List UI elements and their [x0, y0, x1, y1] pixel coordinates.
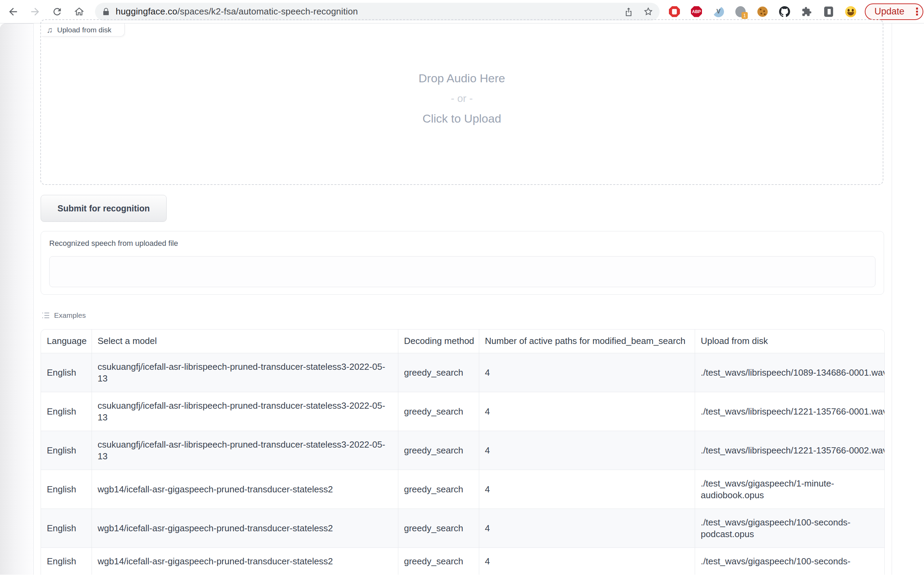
- cookie-icon[interactable]: [757, 6, 768, 17]
- example-row[interactable]: English csukuangfj/icefall-asr-librispee…: [41, 431, 885, 470]
- tab-upload-from-disk[interactable]: ♫ Upload from disk: [42, 24, 125, 37]
- content-right-border: [892, 24, 892, 575]
- extensions-puzzle-icon[interactable]: [801, 6, 813, 17]
- abp-icon[interactable]: ABP: [691, 6, 702, 17]
- back-arrow-icon: [7, 6, 19, 17]
- click-to-upload-text[interactable]: Click to Upload: [41, 112, 883, 125]
- table-header-row: Language Select a model Decoding method …: [41, 329, 885, 353]
- col-paths: Number of active paths for modified_beam…: [479, 329, 695, 353]
- examples-header: Examples: [42, 311, 86, 319]
- extension-badge: 1: [741, 12, 748, 19]
- back-button[interactable]: [6, 5, 20, 19]
- or-text: - or -: [41, 93, 883, 104]
- left-gutter: [0, 24, 34, 575]
- reload-button[interactable]: [50, 5, 64, 19]
- home-button[interactable]: [72, 5, 86, 19]
- lock-icon: [102, 7, 110, 16]
- forward-arrow-icon: [29, 6, 41, 17]
- example-row[interactable]: English wgb14/icefall-asr-gigaspeech-pru…: [41, 508, 885, 548]
- kebab-menu-icon: ⋮: [912, 5, 922, 17]
- recognized-speech-label: Recognized speech from uploaded file: [49, 239, 178, 248]
- col-language: Language: [41, 329, 92, 353]
- home-icon: [74, 6, 85, 17]
- submit-for-recognition-button[interactable]: Submit for recognition: [41, 195, 167, 222]
- music-note-icon: ♫: [46, 25, 53, 35]
- examples-label: Examples: [54, 311, 86, 319]
- share-icon[interactable]: [624, 6, 633, 17]
- reload-icon: [52, 6, 63, 17]
- notification-extension-icon[interactable]: 1: [735, 6, 746, 17]
- side-panel-icon[interactable]: [823, 6, 835, 17]
- extension-row: ABP V 1: [668, 6, 857, 17]
- chrome-update-button[interactable]: Update ⋮: [865, 3, 923, 20]
- recognized-speech-panel: Recognized speech from uploaded file: [41, 231, 884, 295]
- example-row[interactable]: English wgb14/icefall-asr-gigaspeech-pru…: [41, 470, 885, 508]
- example-row[interactable]: English wgb14/icefall-asr-gigaspeech-pru…: [41, 548, 885, 575]
- url-text: huggingface.co/spaces/k2-fsa/automatic-s…: [116, 6, 358, 17]
- examples-list-icon: [42, 311, 50, 319]
- example-row[interactable]: English csukuangfj/icefall-asr-librispee…: [41, 353, 885, 392]
- page-content: Drop Audio Here - or - Click to Upload ♫…: [0, 24, 924, 575]
- bookmark-star-icon[interactable]: [643, 6, 653, 17]
- github-icon[interactable]: [779, 6, 791, 17]
- col-decoding: Decoding method: [398, 329, 479, 353]
- drop-audio-text: Drop Audio Here: [41, 71, 883, 85]
- vimium-icon[interactable]: V: [713, 6, 724, 17]
- example-row[interactable]: English csukuangfj/icefall-asr-librispee…: [41, 392, 885, 431]
- col-model: Select a model: [92, 329, 398, 353]
- smiley-extension-icon[interactable]: [845, 6, 857, 17]
- recognized-speech-textbox[interactable]: [49, 256, 875, 287]
- adblock-icon[interactable]: [668, 6, 680, 17]
- examples-table: Language Select a model Decoding method …: [41, 329, 885, 575]
- col-upload: Upload from disk: [695, 329, 885, 353]
- forward-button[interactable]: [28, 5, 42, 19]
- address-bar[interactable]: huggingface.co/spaces/k2-fsa/automatic-s…: [95, 3, 660, 21]
- audio-dropzone[interactable]: Drop Audio Here - or - Click to Upload: [40, 19, 883, 185]
